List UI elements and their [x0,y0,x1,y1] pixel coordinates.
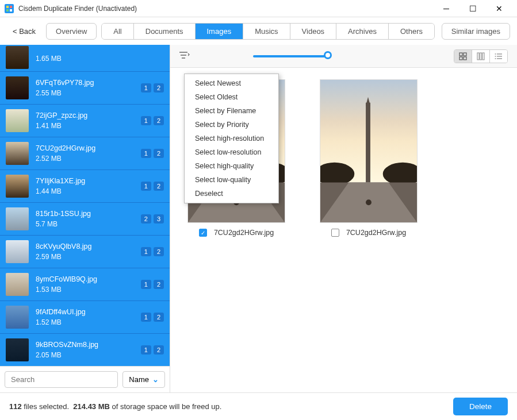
preview-filename: 7CU2gd2HGrw.jpg [214,229,274,237]
zoom-slider[interactable] [253,55,328,58]
svg-rect-9 [464,53,466,56]
chevron-down-icon: ⌄ [152,375,159,384]
svg-rect-1 [6,6,9,8]
svg-rect-10 [459,57,462,60]
overview-button[interactable]: Overview [46,23,97,40]
svg-point-36 [366,199,372,205]
file-size: 2.52 MB [36,155,141,163]
checkbox[interactable] [331,229,339,237]
similar-images-button[interactable]: Similar images [442,23,510,40]
checkbox[interactable]: ✓ [199,229,207,237]
menu-select-high-resolution[interactable]: Select high-resolution [185,132,278,145]
svg-point-19 [495,56,496,57]
menu-select-by-filename[interactable]: Select by Filename [185,104,278,118]
grid-view-button[interactable] [454,50,472,63]
menu-deselect[interactable]: Deselect [185,187,278,201]
badge: 1 [141,182,151,191]
list-item[interactable]: 8ymCFoWlB9Q.jpg 1.53 MB 12 [0,268,170,301]
tab-musics[interactable]: Musics [243,24,290,39]
file-size: 1.65 MB [36,55,164,63]
menu-select-low-quality[interactable]: Select low-quality [185,173,278,187]
svg-point-18 [495,53,496,55]
svg-rect-14 [482,53,484,60]
badge: 2 [154,182,164,191]
app-icon [5,4,14,13]
menu-select-low-resolution[interactable]: Select low-resolution [185,145,278,159]
badge: 1 [141,247,151,256]
svg-rect-11 [464,57,466,60]
thumbnail [6,142,29,165]
badge: 1 [141,313,151,322]
menu-select-by-priority[interactable]: Select by Priority [185,118,278,132]
badge: 2 [154,83,164,93]
badge: 2 [154,313,164,322]
menu-select-newest[interactable]: Select Newest [185,76,278,90]
thumbnail [6,240,29,263]
list-item[interactable]: 9kBROSvZNm8.jpg 2.05 MB 12 [0,334,170,366]
column-view-button[interactable] [472,50,490,63]
list-item[interactable]: 72ijGP_zpzc.jpg 1.41 MB 12 [0,105,170,137]
delete-button[interactable]: Delete [453,398,508,415]
menu-select-oldest[interactable]: Select Oldest [185,90,278,104]
badge: 3 [154,214,164,224]
file-size: 2.05 MB [36,351,141,359]
file-name: 9fAfDff4wUI.jpg [36,308,141,316]
badge: 1 [141,280,151,289]
svg-rect-8 [459,53,462,56]
toolbar: < Back Overview All Documents Images Mus… [0,17,517,45]
badge: 2 [154,149,164,158]
tab-videos[interactable]: Videos [290,24,337,39]
file-size: 2.55 MB [36,89,141,97]
file-list[interactable]: 1.65 MB 6VFqT6vPY78.jpg 2.55 MB 12 72ijG… [0,45,170,366]
file-size: 5.7 MB [36,220,141,228]
file-name: 8cKVyuQlbV8.jpg [36,242,141,251]
thumbnail [6,46,29,69]
maximize-button[interactable]: ☐ [459,0,486,17]
minimize-button[interactable]: ─ [433,0,459,17]
statusbar: 112 files selected. 214.43 MB of storage… [0,392,517,420]
status-text: 112 files selected. 214.43 MB of storage… [9,402,221,411]
file-size: 1.52 MB [36,318,141,326]
list-item[interactable]: 7YIljKla1XE.jpg 1.44 MB 12 [0,170,170,203]
file-name: 7YIljKla1XE.jpg [36,177,141,185]
badge: 2 [141,214,151,224]
content-toolbar [170,45,517,68]
tab-images[interactable]: Images [196,24,244,39]
close-button[interactable]: ✕ [486,0,512,17]
thumbnail [6,207,29,230]
list-item[interactable]: 9fAfDff4wUI.jpg 1.52 MB 12 [0,301,170,334]
menu-select-high-quality[interactable]: Select high-quality [185,159,278,173]
list-item[interactable]: 7CU2gd2HGrw.jpg 2.52 MB 12 [0,137,170,170]
preview-image[interactable] [320,79,418,223]
file-size: 1.53 MB [36,286,141,294]
list-item[interactable]: 8cKVyuQlbV8.jpg 2.59 MB 12 [0,236,170,268]
svg-rect-4 [10,9,12,11]
badge: 1 [141,116,151,125]
thumbnail [6,109,29,132]
file-size: 1.44 MB [36,187,141,195]
badge: 2 [154,280,164,289]
back-button[interactable]: < Back [7,24,41,39]
list-item[interactable]: 815r1b-1SSU.jpg 5.7 MB 23 [0,203,170,236]
badge: 2 [154,247,164,256]
list-view-button[interactable] [490,50,507,63]
badge: 1 [141,83,151,93]
list-item[interactable]: 1.65 MB [0,45,170,72]
context-menu: Select Newest Select Oldest Select by Fi… [184,74,279,203]
tab-others[interactable]: Others [389,24,434,39]
sort-dropdown[interactable]: Name ⌄ [122,371,165,388]
svg-rect-12 [477,53,479,60]
search-input[interactable] [5,371,118,388]
thumbnail [6,306,29,329]
filter-icon[interactable] [179,51,190,61]
tab-archives[interactable]: Archives [336,24,389,39]
file-name: 9kBROSvZNm8.jpg [36,341,141,349]
sidebar: 1.65 MB 6VFqT6vPY78.jpg 2.55 MB 12 72ijG… [0,45,170,392]
svg-rect-13 [480,53,481,60]
badge: 2 [154,116,164,125]
tab-documents[interactable]: Documents [134,24,196,39]
svg-rect-0 [5,4,14,13]
tab-all[interactable]: All [102,24,133,39]
list-item[interactable]: 6VFqT6vPY78.jpg 2.55 MB 12 [0,72,170,105]
badge: 2 [154,345,164,355]
